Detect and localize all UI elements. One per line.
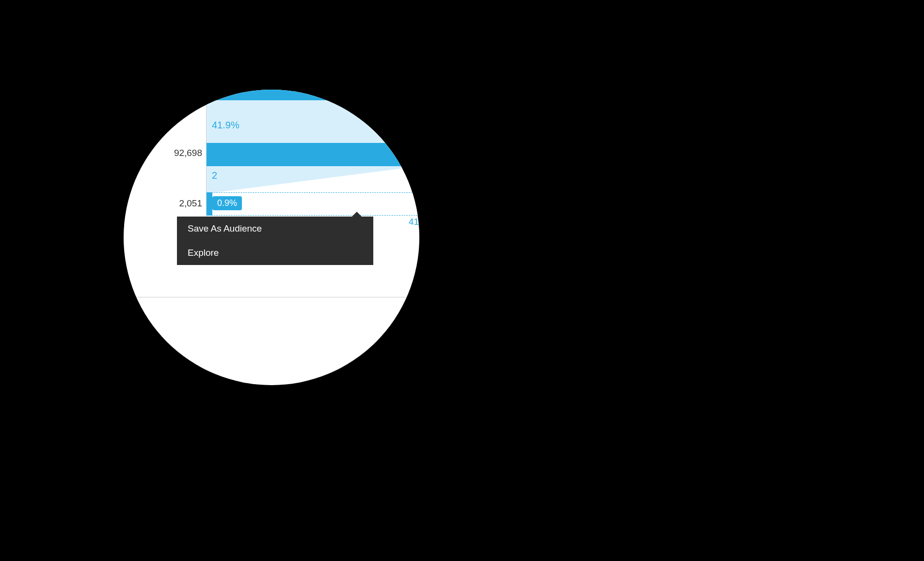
funnel-bar[interactable] <box>207 90 419 100</box>
funnel-bar[interactable] <box>207 143 419 166</box>
connector-percent-label-truncated: 41. <box>409 217 419 227</box>
funnel-chart: 92,698 2,051 41.9% 2 0.9% 41. Save As Au… <box>124 90 419 385</box>
y-axis-value: 92,698 <box>129 148 202 158</box>
connector-percent-label: 2 <box>212 170 217 181</box>
y-axis-value: 2,051 <box>129 198 202 209</box>
connector-percent-label: 41.9% <box>212 120 239 131</box>
selected-percent-badge: 0.9% <box>212 196 242 210</box>
funnel-connector <box>207 166 419 193</box>
chart-spotlight-viewport: 92,698 2,051 41.9% 2 0.9% 41. Save As Au… <box>124 90 419 385</box>
context-menu: Save As Audience Explore <box>177 217 373 265</box>
funnel-bar-selected[interactable] <box>207 192 212 216</box>
svg-marker-0 <box>207 166 419 193</box>
menu-item-save-as-audience[interactable]: Save As Audience <box>177 217 373 241</box>
menu-item-explore[interactable]: Explore <box>177 241 373 265</box>
section-divider <box>124 297 419 297</box>
